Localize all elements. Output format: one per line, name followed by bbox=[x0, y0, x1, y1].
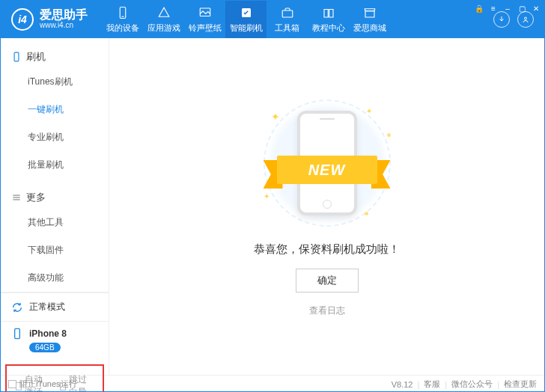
body: 刷机 iTunes刷机 一键刷机 专业刷机 批量刷机 更多 其他工具 下载固件 … bbox=[1, 38, 544, 375]
sidebar-group-flash: 刷机 iTunes刷机 一键刷机 专业刷机 批量刷机 bbox=[1, 38, 109, 179]
nav-tutorials[interactable]: 教程中心 bbox=[308, 1, 349, 38]
success-illustration: ✦ ✦ ✦ NEW bbox=[241, 96, 413, 230]
refresh-icon bbox=[11, 301, 23, 313]
checkbox-block-itunes[interactable]: 阻止iTunes运行 bbox=[8, 379, 77, 390]
header-bar: i4 爱思助手 www.i4.cn 我的设备 应用游戏 铃声壁纸 智能刷机 工具… bbox=[1, 1, 544, 38]
top-nav: 我的设备 应用游戏 铃声壁纸 智能刷机 工具箱 教程中心 爱思商城 bbox=[102, 1, 483, 38]
ribbon: NEW bbox=[264, 156, 391, 189]
brand-url: www.i4.cn bbox=[40, 21, 88, 30]
close-button[interactable]: ✕ bbox=[529, 2, 543, 14]
svg-point-5 bbox=[525, 17, 527, 19]
sidebar-item-itunes[interactable]: iTunes刷机 bbox=[1, 68, 109, 96]
logo: i4 爱思助手 www.i4.cn bbox=[1, 8, 102, 31]
brand-name: 爱思助手 bbox=[40, 9, 88, 21]
ribbon-text: NEW bbox=[277, 156, 377, 184]
device-icon bbox=[116, 6, 130, 19]
apps-icon bbox=[157, 6, 171, 19]
device-name: iPhone 8 bbox=[11, 328, 98, 340]
nav-label: 工具箱 bbox=[275, 22, 299, 34]
nav-my-device[interactable]: 我的设备 bbox=[102, 1, 143, 38]
sidebar-item-batch[interactable]: 批量刷机 bbox=[1, 151, 109, 179]
user-icon bbox=[521, 15, 530, 24]
footer-right: V8.12 | 客服 | 微信公众号 | 检查更新 bbox=[392, 379, 537, 390]
device-block: iPhone 8 64GB bbox=[1, 321, 109, 358]
phone-icon bbox=[11, 328, 23, 340]
checkbox-icon bbox=[8, 380, 16, 388]
wallpaper-icon bbox=[198, 6, 212, 19]
sidebar-head-more: 更多 bbox=[1, 186, 109, 209]
sidebar-group-more: 更多 其他工具 下载固件 高级功能 bbox=[1, 179, 109, 292]
sidebar-item-other-tools[interactable]: 其他工具 bbox=[1, 209, 109, 236]
wechat-link[interactable]: 微信公众号 bbox=[451, 379, 493, 390]
flash-icon bbox=[240, 6, 253, 19]
nav-label: 应用游戏 bbox=[147, 22, 180, 34]
sidebar-head-flash: 刷机 bbox=[1, 46, 109, 68]
sidebar: 刷机 iTunes刷机 一键刷机 专业刷机 批量刷机 更多 其他工具 下载固件 … bbox=[1, 38, 109, 375]
nav-label: 爱思商城 bbox=[353, 22, 386, 34]
nav-toolbox[interactable]: 工具箱 bbox=[267, 1, 308, 38]
menu-icon[interactable]: ≡ bbox=[487, 2, 500, 14]
nav-apps[interactable]: 应用游戏 bbox=[143, 1, 184, 38]
nav-ringtones[interactable]: 铃声壁纸 bbox=[184, 1, 225, 38]
sidebar-item-advanced[interactable]: 高级功能 bbox=[1, 264, 109, 292]
svg-rect-4 bbox=[282, 10, 293, 17]
update-link[interactable]: 检查更新 bbox=[504, 379, 537, 390]
nav-label: 教程中心 bbox=[312, 22, 345, 34]
storage-badge: 64GB bbox=[29, 343, 61, 352]
device-icon bbox=[11, 52, 22, 62]
nav-label: 智能刷机 bbox=[230, 22, 263, 34]
maximize-button[interactable]: ▢ bbox=[515, 2, 529, 14]
svg-rect-10 bbox=[15, 328, 20, 338]
device-status: 正常模式 bbox=[1, 293, 109, 321]
lock-icon[interactable]: 🔒 bbox=[472, 2, 486, 14]
ok-button[interactable]: 确定 bbox=[296, 269, 359, 293]
nav-flash[interactable]: 智能刷机 bbox=[225, 1, 267, 38]
window-controls: 🔒 ≡ – ▢ ✕ bbox=[472, 2, 543, 14]
sidebar-bottom: 正常模式 iPhone 8 64GB 自动激活 跳过向导 bbox=[1, 292, 109, 392]
version-label: V8.12 bbox=[392, 380, 413, 389]
nav-label: 我的设备 bbox=[106, 22, 139, 34]
status-label: 正常模式 bbox=[29, 301, 65, 313]
download-icon bbox=[497, 15, 506, 24]
svg-rect-6 bbox=[14, 52, 19, 61]
nav-label: 铃声壁纸 bbox=[189, 22, 222, 34]
service-link[interactable]: 客服 bbox=[424, 379, 440, 390]
success-message: 恭喜您，保资料刷机成功啦！ bbox=[254, 242, 400, 257]
more-icon bbox=[11, 192, 22, 203]
sidebar-item-pro[interactable]: 专业刷机 bbox=[1, 123, 109, 151]
main-content: ✦ ✦ ✦ NEW 恭喜您，保资料刷机成功啦！ 确定 查看日志 bbox=[109, 38, 544, 375]
toolbox-icon bbox=[281, 6, 294, 19]
store-icon bbox=[363, 6, 377, 19]
sidebar-item-oneclick[interactable]: 一键刷机 bbox=[1, 96, 109, 123]
logo-icon: i4 bbox=[11, 8, 34, 31]
view-log-link[interactable]: 查看日志 bbox=[309, 304, 345, 317]
nav-store[interactable]: 爱思商城 bbox=[349, 1, 390, 38]
book-icon bbox=[322, 6, 335, 19]
minimize-button[interactable]: – bbox=[501, 2, 514, 14]
checkbox-label: 阻止iTunes运行 bbox=[19, 379, 77, 390]
sidebar-item-download-fw[interactable]: 下载固件 bbox=[1, 236, 109, 264]
